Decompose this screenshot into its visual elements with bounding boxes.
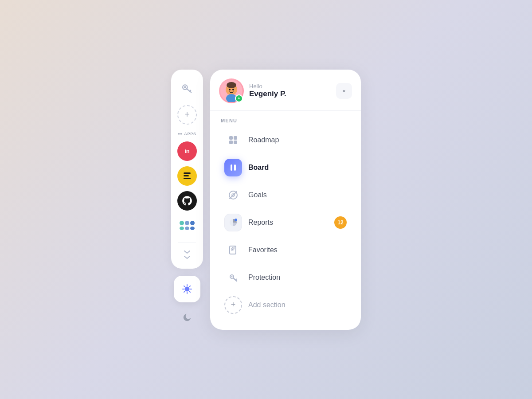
roadmap-icon bbox=[224, 131, 242, 149]
protection-icon bbox=[224, 269, 242, 286]
svg-point-5 bbox=[180, 133, 182, 134]
user-name: Evgeniy P. bbox=[249, 90, 286, 98]
board-icon bbox=[224, 159, 242, 176]
menu-label: MENU bbox=[219, 118, 352, 123]
user-info: + Hello Evgeniy P. bbox=[219, 78, 286, 103]
svg-line-19 bbox=[189, 291, 190, 292]
svg-line-3 bbox=[190, 90, 191, 91]
ui-container: + APPS in bbox=[171, 70, 361, 330]
menu-item-add-section[interactable]: + Add section bbox=[219, 292, 352, 318]
svg-point-1 bbox=[184, 86, 186, 88]
svg-line-21 bbox=[184, 291, 185, 292]
svg-point-13 bbox=[185, 287, 189, 291]
add-section-icon: + bbox=[224, 296, 242, 314]
svg-point-4 bbox=[178, 133, 180, 134]
svg-line-20 bbox=[189, 286, 190, 286]
svg-point-10 bbox=[185, 227, 189, 230]
goals-label: Goals bbox=[248, 191, 267, 199]
menu-item-board[interactable]: Board bbox=[219, 154, 352, 181]
app-invision[interactable]: in bbox=[177, 141, 197, 161]
reports-badge: 12 bbox=[334, 216, 347, 229]
protection-label: Protection bbox=[248, 274, 280, 282]
svg-rect-28 bbox=[229, 136, 233, 140]
apps-section: APPS in bbox=[176, 132, 198, 235]
panel-header: + Hello Evgeniy P. « bbox=[210, 78, 361, 111]
avatar-add-badge[interactable]: + bbox=[235, 94, 243, 102]
reports-icon bbox=[224, 214, 242, 231]
menu-item-favorites[interactable]: Favorites bbox=[219, 237, 352, 263]
app-github[interactable] bbox=[177, 191, 197, 211]
greeting-label: Hello bbox=[249, 83, 286, 90]
add-app-button[interactable]: + bbox=[177, 105, 197, 125]
show-more-button[interactable] bbox=[184, 250, 191, 260]
svg-point-42 bbox=[231, 276, 233, 277]
menu-item-reports[interactable]: Reports 12 bbox=[219, 209, 352, 236]
svg-line-18 bbox=[184, 286, 185, 286]
favorites-label: Favorites bbox=[248, 246, 278, 254]
svg-point-7 bbox=[180, 221, 184, 225]
goals-icon bbox=[224, 186, 242, 204]
app-other[interactable] bbox=[177, 216, 197, 235]
apps-label: APPS bbox=[178, 132, 196, 136]
avatar-container: + bbox=[219, 78, 244, 103]
menu-item-roadmap[interactable]: Roadmap bbox=[219, 127, 352, 153]
menu-item-protection[interactable]: Protection bbox=[219, 264, 352, 291]
svg-line-35 bbox=[230, 192, 237, 199]
svg-line-44 bbox=[236, 279, 237, 280]
svg-rect-31 bbox=[234, 141, 237, 144]
menu-item-goals[interactable]: Goals bbox=[219, 182, 352, 208]
svg-point-12 bbox=[190, 227, 195, 230]
key-icon bbox=[177, 78, 197, 98]
svg-point-9 bbox=[185, 221, 189, 225]
add-section-label: Add section bbox=[248, 301, 286, 309]
svg-point-25 bbox=[229, 89, 231, 90]
svg-rect-32 bbox=[231, 164, 232, 171]
theme-toggles bbox=[171, 276, 203, 327]
left-sidebar-top: + APPS in bbox=[171, 70, 203, 269]
menu-section: MENU Roadmap bbox=[210, 118, 361, 318]
board-label: Board bbox=[248, 164, 269, 172]
favorites-icon bbox=[224, 241, 242, 259]
user-text: Hello Evgeniy P. bbox=[249, 83, 286, 98]
collapse-button[interactable]: « bbox=[336, 83, 352, 99]
light-theme-button[interactable] bbox=[174, 276, 200, 302]
reports-label: Reports bbox=[248, 219, 273, 227]
dark-theme-button[interactable] bbox=[177, 308, 197, 327]
svg-point-8 bbox=[180, 227, 184, 230]
main-panel: + Hello Evgeniy P. « MENU bbox=[210, 70, 361, 330]
svg-rect-30 bbox=[229, 141, 233, 144]
svg-marker-40 bbox=[231, 248, 234, 251]
sidebar-divider bbox=[178, 243, 196, 243]
svg-point-24 bbox=[227, 82, 236, 88]
svg-point-26 bbox=[232, 89, 234, 90]
svg-rect-29 bbox=[234, 136, 237, 140]
svg-point-11 bbox=[190, 221, 195, 225]
svg-rect-33 bbox=[234, 164, 236, 171]
left-sidebar: + APPS in bbox=[171, 70, 203, 327]
roadmap-label: Roadmap bbox=[248, 136, 279, 144]
app-makerpad[interactable] bbox=[177, 166, 197, 186]
svg-point-38 bbox=[235, 219, 237, 221]
